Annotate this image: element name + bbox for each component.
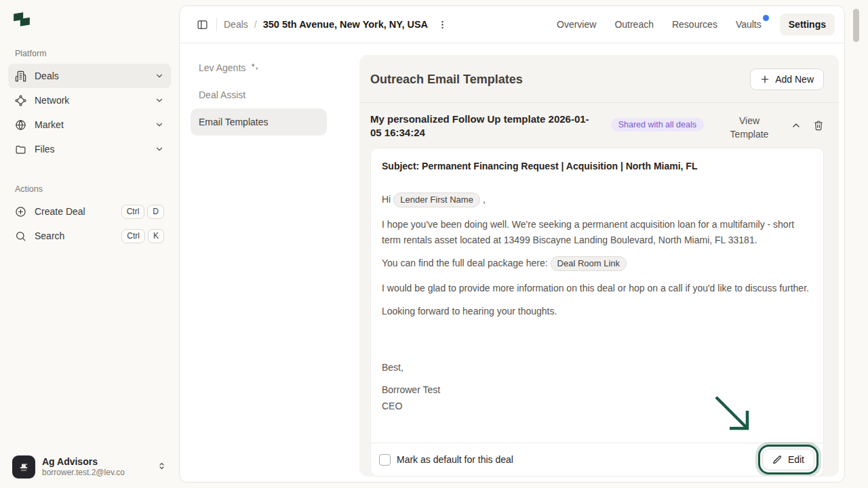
sparkles-icon xyxy=(250,62,260,74)
sidebar-item-label: Deals xyxy=(35,70,59,81)
sidebar-item-market[interactable]: Market xyxy=(8,113,171,137)
mark-default-label: Mark as default for this deal xyxy=(397,454,513,465)
subnav-item-label: Lev Agents xyxy=(199,62,245,73)
subnav-item-email-templates[interactable]: Email Templates xyxy=(191,108,327,136)
panel-left-icon xyxy=(197,19,208,30)
deal-tabs: Overview Outreach Resources Vaults Setti… xyxy=(557,14,835,35)
email-preview: Subject: Permanent Financing Request | A… xyxy=(371,148,823,443)
subnav-item-label: Email Templates xyxy=(199,117,268,127)
sidebar-item-files[interactable]: Files xyxy=(8,137,171,161)
window-body: Lev Agents Deal Assist Email Templates O… xyxy=(180,43,844,482)
page-title: Outreach Email Templates xyxy=(370,73,523,87)
breadcrumb-separator: / xyxy=(254,19,257,30)
pencil-icon xyxy=(772,455,783,465)
edit-label: Edit xyxy=(788,454,804,465)
globe-icon xyxy=(15,119,26,131)
tab-resources[interactable]: Resources xyxy=(672,19,717,30)
breadcrumb-deals[interactable]: Deals xyxy=(224,19,248,30)
primary-sidebar: Platform Deals Network Market xyxy=(0,0,179,488)
subnav-item-label: Deal Assist xyxy=(199,89,245,100)
edit-button-highlight: Edit xyxy=(760,447,816,472)
subnav-item-deal-assist[interactable]: Deal Assist xyxy=(191,81,327,108)
search-shortcut: Ctrl K xyxy=(121,229,164,243)
subnav-item-lev-agents[interactable]: Lev Agents xyxy=(191,54,327,81)
account-name: Ag Advisors xyxy=(42,456,150,468)
tab-vaults[interactable]: Vaults xyxy=(736,19,762,30)
notification-dot xyxy=(763,15,769,21)
mark-default-checkbox[interactable] xyxy=(379,454,391,466)
email-templates-panel: Outreach Email Templates Add New My pers… xyxy=(359,55,839,476)
shared-badge: Shared with all deals xyxy=(611,118,704,131)
template-card-footer: Mark as default for this deal Edit xyxy=(371,443,823,476)
template-actions xyxy=(791,120,824,134)
sidebar-item-network[interactable]: Network xyxy=(8,88,171,113)
kbd-ctrl: Ctrl xyxy=(121,205,145,219)
trash-icon xyxy=(813,120,824,131)
merge-tag-deal-room-link: Deal Room Link xyxy=(551,256,627,271)
add-new-button[interactable]: Add New xyxy=(750,68,824,90)
create-deal-button[interactable]: Create Deal Ctrl D xyxy=(8,199,171,224)
chevron-down-icon xyxy=(155,96,164,105)
email-paragraph: Looking forward to hearing your thoughts… xyxy=(382,304,812,319)
email-template-card: Subject: Permanent Financing Request | A… xyxy=(370,148,824,476)
create-deal-shortcut: Ctrl D xyxy=(121,205,164,219)
search-icon xyxy=(15,230,26,242)
chevrons-up-down-icon xyxy=(157,461,167,474)
account-switcher[interactable]: Ag Advisors borrower.test.2@lev.co xyxy=(8,455,171,479)
merge-tag-lender-first-name: Lender First Name xyxy=(393,192,480,207)
breadcrumb-deal-address: 350 5th Avenue, New York, NY, USA xyxy=(263,19,428,30)
chevron-down-icon xyxy=(155,120,164,129)
edit-template-button[interactable]: Edit xyxy=(762,449,814,470)
folder-icon xyxy=(15,144,26,155)
kebab-menu-icon xyxy=(437,20,448,30)
scrollbar-thumb[interactable] xyxy=(853,9,859,42)
network-nodes-icon xyxy=(15,95,26,106)
tab-overview[interactable]: Overview xyxy=(557,19,596,30)
kbd-d: D xyxy=(147,205,164,219)
platform-section-label: Platform xyxy=(15,49,171,58)
sidebar-item-deals[interactable]: Deals xyxy=(8,64,171,88)
sidebar-toggle-button[interactable] xyxy=(193,16,211,33)
kbd-ctrl: Ctrl xyxy=(121,229,145,243)
plus-circle-icon xyxy=(15,206,26,218)
chevron-down-icon xyxy=(155,144,164,154)
window-header: Deals / 350 5th Avenue, New York, NY, US… xyxy=(180,6,844,43)
deal-menu-button[interactable] xyxy=(433,16,451,33)
tab-settings[interactable]: Settings xyxy=(780,14,835,35)
sidebar-item-label: Files xyxy=(35,144,55,155)
template-title: My personalized Follow Up template 2026-… xyxy=(370,113,594,140)
account-email: borrower.test.2@lev.co xyxy=(42,468,150,478)
building-icon xyxy=(15,70,26,82)
email-closing: Best, xyxy=(382,360,812,375)
panel-header: Outreach Email Templates Add New xyxy=(359,55,839,103)
main-window: Deals / 350 5th Avenue, New York, NY, US… xyxy=(179,5,845,483)
email-signature-title: CEO xyxy=(382,399,812,414)
add-new-label: Add New xyxy=(775,74,814,85)
lev-logo-icon xyxy=(12,11,31,28)
actions-section-label: Actions xyxy=(15,184,171,194)
tab-outreach[interactable]: Outreach xyxy=(614,19,654,30)
email-signature-name: Borrower Test xyxy=(382,382,812,398)
email-package-line: You can find the full deal package here:… xyxy=(382,256,812,271)
app-root: Platform Deals Network Market xyxy=(0,0,868,488)
search-button[interactable]: Search Ctrl K xyxy=(8,224,171,248)
settings-subnav: Lev Agents Deal Assist Email Templates xyxy=(180,43,359,482)
avatar xyxy=(12,455,35,479)
header-divider xyxy=(216,18,217,31)
template-header: My personalized Follow Up template 2026-… xyxy=(359,103,839,148)
account-info: Ag Advisors borrower.test.2@lev.co xyxy=(42,456,150,478)
email-greeting: Hi Lender First Name , xyxy=(382,192,812,207)
email-subject: Subject: Permanent Financing Request | A… xyxy=(382,159,812,173)
search-label: Search xyxy=(35,230,64,241)
email-paragraph: I hope you've been doing well. We're see… xyxy=(382,217,812,248)
email-paragraph: I would be glad to provide more informat… xyxy=(382,281,812,296)
view-template-link[interactable]: View Template xyxy=(724,114,774,141)
collapse-button[interactable] xyxy=(791,120,802,134)
create-deal-label: Create Deal xyxy=(35,206,85,217)
mark-default-control[interactable]: Mark as default for this deal xyxy=(379,454,513,466)
sidebar-item-label: Market xyxy=(35,119,64,130)
delete-template-button[interactable] xyxy=(813,120,824,134)
kbd-k: K xyxy=(148,229,164,243)
chevron-up-icon xyxy=(791,120,802,131)
plus-icon xyxy=(760,75,770,84)
